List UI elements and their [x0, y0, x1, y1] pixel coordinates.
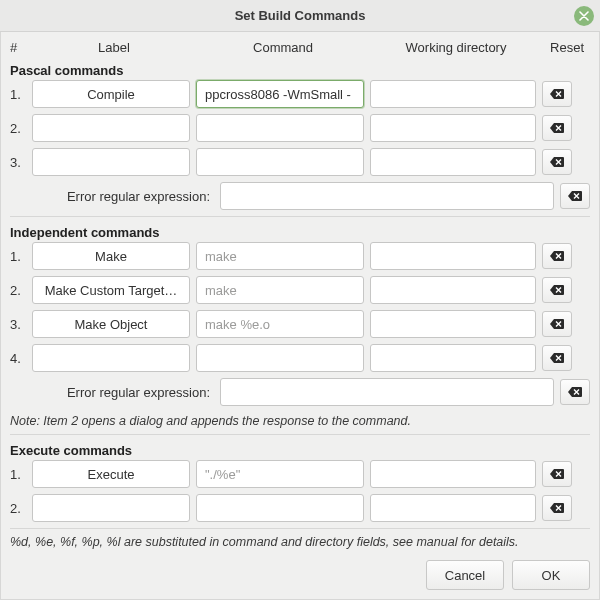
backspace-icon [550, 250, 564, 262]
execute-row-2: 2. [10, 494, 590, 522]
label-input[interactable]: Make Object [32, 310, 190, 338]
divider [10, 528, 590, 529]
reset-button[interactable] [542, 345, 572, 371]
section-pascal-heading: Pascal commands [10, 59, 590, 80]
row-number: 3. [10, 155, 32, 170]
command-input[interactable] [196, 148, 364, 176]
regex-label: Error regular expression: [10, 189, 220, 204]
command-input[interactable]: make [196, 242, 364, 270]
regex-input[interactable] [220, 378, 554, 406]
header-command: Command [196, 40, 370, 55]
row-number: 2. [10, 283, 32, 298]
regex-label: Error regular expression: [10, 385, 220, 400]
row-number: 1. [10, 467, 32, 482]
pascal-regex-row: Error regular expression: [10, 182, 590, 210]
independent-note: Note: Item 2 opens a dialog and appends … [10, 412, 590, 432]
command-input[interactable]: "./%e" [196, 460, 364, 488]
workdir-input[interactable] [370, 276, 536, 304]
command-input[interactable] [196, 494, 364, 522]
label-input[interactable] [32, 114, 190, 142]
reset-button[interactable] [560, 379, 590, 405]
backspace-icon [550, 502, 564, 514]
reset-button[interactable] [542, 311, 572, 337]
divider [10, 434, 590, 435]
header-reset: Reset [542, 40, 586, 55]
workdir-input[interactable] [370, 242, 536, 270]
row-number: 2. [10, 121, 32, 136]
reset-button[interactable] [542, 81, 572, 107]
header-wd: Working directory [370, 40, 542, 55]
command-input[interactable]: make %e.o [196, 310, 364, 338]
workdir-input[interactable] [370, 148, 536, 176]
button-bar: Cancel OK [0, 552, 600, 600]
workdir-input[interactable] [370, 114, 536, 142]
backspace-icon [550, 352, 564, 364]
row-number: 3. [10, 317, 32, 332]
execute-row-1: 1. Execute "./%e" [10, 460, 590, 488]
column-headers: # Label Command Working directory Reset [10, 38, 590, 59]
backspace-icon [550, 88, 564, 100]
reset-button[interactable] [542, 495, 572, 521]
backspace-icon [550, 284, 564, 296]
command-input[interactable]: ppcross8086 -WmSmall - [196, 80, 364, 108]
independent-row-3: 3. Make Object make %e.o [10, 310, 590, 338]
titlebar: Set Build Commands [0, 0, 600, 32]
backspace-icon [550, 122, 564, 134]
close-button[interactable] [574, 6, 594, 26]
workdir-input[interactable] [370, 80, 536, 108]
pascal-row-2: 2. [10, 114, 590, 142]
dialog-window: Set Build Commands # Label Command Worki… [0, 0, 600, 600]
workdir-input[interactable] [370, 310, 536, 338]
label-input[interactable]: Execute [32, 460, 190, 488]
command-input[interactable] [196, 114, 364, 142]
cancel-button[interactable]: Cancel [426, 560, 504, 590]
label-input[interactable]: Compile [32, 80, 190, 108]
independent-row-2: 2. Make Custom Target… make [10, 276, 590, 304]
footnote: %d, %e, %f, %p, %l are substituted in co… [10, 533, 590, 552]
independent-row-1: 1. Make make [10, 242, 590, 270]
workdir-input[interactable] [370, 344, 536, 372]
backspace-icon [568, 190, 582, 202]
row-number: 2. [10, 501, 32, 516]
label-input[interactable] [32, 494, 190, 522]
reset-button[interactable] [542, 115, 572, 141]
independent-regex-row: Error regular expression: [10, 378, 590, 406]
ok-button[interactable]: OK [512, 560, 590, 590]
reset-button[interactable] [560, 183, 590, 209]
backspace-icon [550, 468, 564, 480]
dialog-content: # Label Command Working directory Reset … [0, 32, 600, 552]
window-title: Set Build Commands [0, 8, 600, 23]
header-num: # [10, 40, 32, 55]
row-number: 4. [10, 351, 32, 366]
workdir-input[interactable] [370, 460, 536, 488]
backspace-icon [568, 386, 582, 398]
divider [10, 216, 590, 217]
command-input[interactable]: make [196, 276, 364, 304]
section-independent-heading: Independent commands [10, 221, 590, 242]
command-input[interactable] [196, 344, 364, 372]
independent-row-4: 4. [10, 344, 590, 372]
backspace-icon [550, 156, 564, 168]
regex-input[interactable] [220, 182, 554, 210]
backspace-icon [550, 318, 564, 330]
row-number: 1. [10, 87, 32, 102]
reset-button[interactable] [542, 149, 572, 175]
pascal-row-3: 3. [10, 148, 590, 176]
label-input[interactable] [32, 148, 190, 176]
header-label: Label [32, 40, 196, 55]
pascal-row-1: 1. Compile ppcross8086 -WmSmall - [10, 80, 590, 108]
label-input[interactable] [32, 344, 190, 372]
workdir-input[interactable] [370, 494, 536, 522]
label-input[interactable]: Make Custom Target… [32, 276, 190, 304]
label-input[interactable]: Make [32, 242, 190, 270]
row-number: 1. [10, 249, 32, 264]
reset-button[interactable] [542, 243, 572, 269]
reset-button[interactable] [542, 277, 572, 303]
reset-button[interactable] [542, 461, 572, 487]
section-execute-heading: Execute commands [10, 439, 590, 460]
close-icon [579, 11, 589, 21]
